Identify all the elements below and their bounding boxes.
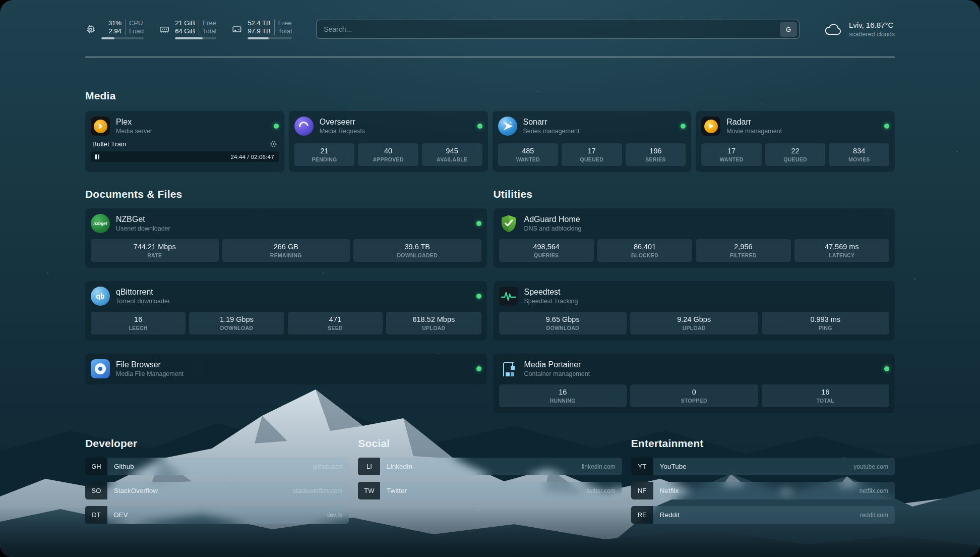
adguard-icon — [499, 214, 518, 233]
stat-movies: 834MOVIES — [829, 143, 889, 166]
bookmark-abbr: GH — [85, 458, 107, 475]
bookmark-name: Twitter — [380, 487, 407, 494]
pause-icon[interactable] — [95, 154, 99, 159]
cloud-icon — [823, 22, 843, 37]
service-name: Media Portainer — [524, 360, 590, 369]
service-name: Radarr — [726, 117, 782, 127]
stat-upload: 618.52 MbpsUPLOAD — [386, 312, 481, 335]
service-card-adguard[interactable]: AdGuard Home DNS and adblocking 498,564Q… — [494, 208, 895, 268]
resource-widgets: 31% CPU 2.94 Load — [85, 19, 292, 39]
snow-particles — [0, 0, 1, 1]
service-desc: Series management — [523, 127, 580, 135]
stat-wanted: 485WANTED — [498, 143, 559, 166]
memory-widget: 21 GiB Free 64 GiB Total — [159, 19, 216, 39]
bookmark-netflix[interactable]: NF Netflix netflix.com — [631, 482, 895, 499]
cpu-usage-value: 31% — [101, 19, 126, 27]
service-card-filebrowser[interactable]: File Browser Media File Management — [85, 354, 487, 384]
bookmark-abbr: DT — [85, 506, 107, 524]
disk-free-value: 52.4 TB — [248, 19, 274, 27]
qbittorrent-icon: qb — [91, 287, 110, 306]
service-desc: Torrent downloader — [116, 297, 170, 305]
stat-blocked: 86,401BLOCKED — [597, 239, 692, 262]
service-card-qbittorrent[interactable]: qb qBittorrent Torrent downloader 16LEEC… — [85, 281, 487, 341]
bookmark-github[interactable]: GH Github github.com — [85, 458, 349, 475]
section-title-social: Social — [358, 437, 622, 450]
cpu-load-label: Load — [126, 27, 144, 35]
status-dot — [476, 221, 481, 226]
stat-series: 196SERIES — [626, 143, 686, 166]
bookmark-abbr: TW — [358, 482, 380, 499]
search-provider-button[interactable]: G — [780, 22, 797, 37]
bookmark-url: reddit.com — [860, 512, 895, 519]
radarr-icon — [701, 117, 720, 136]
status-dot — [681, 124, 686, 129]
service-name: File Browser — [116, 360, 183, 369]
bookmark-name: StackOverflow — [107, 487, 158, 494]
filebrowser-icon — [91, 359, 110, 378]
status-dot — [476, 366, 481, 371]
stat-available: 945AVAILABLE — [422, 143, 482, 166]
status-dot — [274, 124, 279, 129]
service-card-speedtest[interactable]: Speedtest Speedtest Tracking 9.65 GbpsDO… — [494, 281, 895, 341]
stat-latency: 47.569 msLATENCY — [794, 239, 889, 262]
stat-seed: 471SEED — [288, 312, 383, 335]
bookmark-group-entertainment: Entertainment YT YouTube youtube.com NF … — [631, 437, 895, 530]
gear-icon[interactable] — [270, 140, 277, 148]
bookmark-stackoverflow[interactable]: SO StackOverflow stackoverflow.com — [85, 482, 349, 499]
service-card-radarr[interactable]: Radarr Movie management 17WANTED 22QUEUE… — [696, 111, 895, 172]
section-title-developer: Developer — [85, 437, 349, 450]
service-desc: Container management — [524, 370, 590, 378]
portainer-icon — [499, 359, 518, 378]
search-input[interactable] — [317, 25, 780, 33]
stat-rate: 744.21 MbpsRATE — [91, 239, 219, 262]
stat-queued: 22QUEUED — [765, 143, 826, 166]
bookmark-youtube[interactable]: YT YouTube youtube.com — [631, 458, 895, 475]
playback-time: 24:44 / 02:06:47 — [230, 154, 274, 160]
disk-total-label: Total — [275, 27, 292, 35]
memory-free-value: 21 GiB — [175, 19, 199, 27]
memory-total-label: Total — [199, 27, 216, 35]
bookmark-url: linkedin.com — [582, 463, 622, 470]
memory-progress-bar — [175, 37, 216, 39]
service-card-portainer[interactable]: Media Portainer Container management 16R… — [494, 354, 895, 413]
service-card-plex[interactable]: Plex Media server Bullet Train 24:44 / 0 — [85, 111, 284, 172]
bookmark-dev[interactable]: DT DEV dev.to — [85, 506, 349, 524]
bookmark-url: netflix.com — [860, 487, 895, 494]
nzbget-icon: nzbget — [91, 214, 110, 233]
bookmark-name: LinkedIn — [380, 463, 412, 470]
service-name: Plex — [116, 117, 152, 127]
playback-bar: 24:44 / 02:06:47 — [91, 151, 279, 162]
stat-total: 16TOTAL — [762, 384, 890, 407]
bookmark-name: YouTube — [653, 463, 687, 470]
bookmark-linkedin[interactable]: LI LinkedIn linkedin.com — [358, 458, 622, 475]
header-divider — [85, 57, 895, 58]
playback-progress[interactable] — [104, 154, 226, 159]
stat-running: 16RUNNING — [499, 384, 627, 407]
bookmark-abbr: LI — [358, 458, 380, 475]
service-card-nzbget[interactable]: nzbget NZBGet Usenet downloader 744.21 M… — [85, 208, 487, 268]
bookmark-name: Netflix — [653, 487, 679, 494]
service-name: Overseerr — [320, 117, 365, 127]
stat-approved: 40APPROVED — [358, 143, 418, 166]
service-card-overseerr[interactable]: Overseerr Media Requests 21PENDING 40APP… — [289, 111, 488, 172]
bookmark-reddit[interactable]: RE Reddit reddit.com — [631, 506, 895, 524]
weather-widget: Lviv, 16.87°C scattered clouds — [823, 21, 895, 38]
service-desc: Media server — [116, 127, 152, 135]
service-desc: Speedtest Tracking — [524, 297, 578, 305]
section-title-entertainment: Entertainment — [631, 437, 895, 450]
section-utilities: Utilities AdGuard Home — [494, 188, 895, 413]
stat-pending: 21PENDING — [294, 143, 355, 166]
cpu-icon — [85, 24, 96, 35]
bookmark-abbr: SO — [85, 482, 107, 499]
status-dot — [884, 124, 889, 129]
cpu-widget: 31% CPU 2.94 Load — [85, 19, 144, 39]
service-card-sonarr[interactable]: Sonarr Series management 485WANTED 17QUE… — [493, 111, 692, 172]
disk-icon — [231, 24, 242, 35]
bookmark-url: stackoverflow.com — [293, 487, 349, 494]
section-title-utilities: Utilities — [494, 188, 895, 200]
bookmark-twitter[interactable]: TW Twitter twitter.com — [358, 482, 622, 499]
status-dot — [477, 124, 482, 129]
cpu-load-value: 2.94 — [101, 27, 126, 35]
weather-condition: scattered clouds — [849, 31, 895, 38]
bookmark-abbr: YT — [631, 458, 653, 475]
